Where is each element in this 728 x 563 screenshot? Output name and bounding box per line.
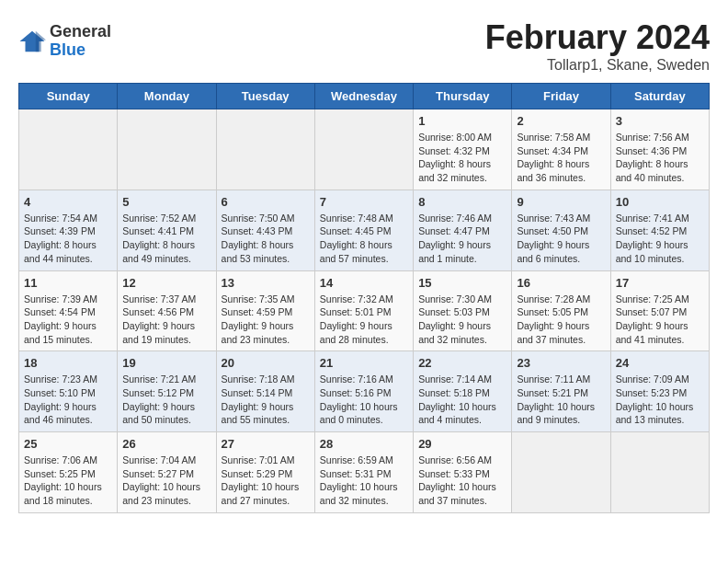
cell-content: Sunrise: 7:54 AM Sunset: 4:39 PM Dayligh… — [24, 212, 112, 266]
calendar-cell: 21Sunrise: 7:16 AM Sunset: 5:16 PM Dayli… — [314, 351, 413, 432]
day-number: 1 — [418, 114, 506, 128]
day-number: 3 — [616, 114, 704, 128]
day-number: 28 — [320, 437, 408, 451]
cell-content: Sunrise: 7:18 AM Sunset: 5:14 PM Dayligh… — [222, 373, 310, 427]
cell-content: Sunrise: 7:23 AM Sunset: 5:10 PM Dayligh… — [24, 373, 112, 427]
calendar-cell: 10Sunrise: 7:41 AM Sunset: 4:52 PM Dayli… — [610, 190, 709, 270]
calendar-cell: 3Sunrise: 7:56 AM Sunset: 4:36 PM Daylig… — [610, 109, 709, 190]
calendar-cell: 9Sunrise: 7:43 AM Sunset: 4:50 PM Daylig… — [512, 190, 610, 270]
logo-icon — [18, 28, 46, 55]
cell-content: Sunrise: 6:59 AM Sunset: 5:31 PM Dayligh… — [320, 454, 408, 508]
header-cell-friday: Friday — [512, 84, 610, 109]
calendar-cell: 27Sunrise: 7:01 AM Sunset: 5:29 PM Dayli… — [216, 432, 314, 513]
day-number: 9 — [517, 195, 605, 209]
day-number: 5 — [122, 195, 210, 209]
cell-content: Sunrise: 7:39 AM Sunset: 4:54 PM Dayligh… — [24, 293, 112, 347]
calendar-cell: 2Sunrise: 7:58 AM Sunset: 4:34 PM Daylig… — [512, 109, 610, 190]
subtitle: Tollarp1, Skane, Sweden — [485, 57, 710, 74]
cell-content: Sunrise: 7:06 AM Sunset: 5:25 PM Dayligh… — [24, 454, 112, 508]
header-cell-saturday: Saturday — [610, 84, 709, 109]
day-number: 16 — [517, 276, 605, 290]
day-number: 26 — [122, 437, 210, 451]
day-number: 24 — [616, 356, 704, 370]
calendar-cell: 25Sunrise: 7:06 AM Sunset: 5:25 PM Dayli… — [19, 432, 118, 513]
day-number: 8 — [418, 195, 506, 209]
calendar-cell — [216, 109, 314, 190]
header-cell-thursday: Thursday — [414, 84, 512, 109]
cell-content: Sunrise: 7:56 AM Sunset: 4:36 PM Dayligh… — [616, 131, 704, 185]
calendar-cell: 20Sunrise: 7:18 AM Sunset: 5:14 PM Dayli… — [216, 351, 314, 432]
cell-content: Sunrise: 7:30 AM Sunset: 5:03 PM Dayligh… — [418, 293, 506, 347]
logo: General Blue — [18, 23, 111, 60]
calendar-cell: 11Sunrise: 7:39 AM Sunset: 4:54 PM Dayli… — [19, 270, 118, 351]
calendar-cell: 28Sunrise: 6:59 AM Sunset: 5:31 PM Dayli… — [314, 432, 413, 513]
calendar-cell: 13Sunrise: 7:35 AM Sunset: 4:59 PM Dayli… — [216, 270, 314, 351]
cell-content: Sunrise: 7:52 AM Sunset: 4:41 PM Dayligh… — [122, 212, 210, 266]
cell-content: Sunrise: 7:58 AM Sunset: 4:34 PM Dayligh… — [517, 131, 605, 185]
calendar-cell: 6Sunrise: 7:50 AM Sunset: 4:43 PM Daylig… — [216, 190, 314, 270]
calendar-cell: 26Sunrise: 7:04 AM Sunset: 5:27 PM Dayli… — [118, 432, 216, 513]
calendar-cell: 4Sunrise: 7:54 AM Sunset: 4:39 PM Daylig… — [19, 190, 118, 270]
day-number: 17 — [616, 276, 704, 290]
day-number: 2 — [517, 114, 605, 128]
calendar-cell: 22Sunrise: 7:14 AM Sunset: 5:18 PM Dayli… — [414, 351, 512, 432]
calendar-cell: 12Sunrise: 7:37 AM Sunset: 4:56 PM Dayli… — [118, 270, 216, 351]
calendar-cell: 1Sunrise: 8:00 AM Sunset: 4:32 PM Daylig… — [414, 109, 512, 190]
logo-text: General Blue — [50, 23, 111, 60]
header-cell-monday: Monday — [118, 84, 216, 109]
cell-content: Sunrise: 7:25 AM Sunset: 5:07 PM Dayligh… — [616, 293, 704, 347]
day-number: 15 — [418, 276, 506, 290]
calendar-cell: 14Sunrise: 7:32 AM Sunset: 5:01 PM Dayli… — [314, 270, 413, 351]
header-cell-wednesday: Wednesday — [314, 84, 413, 109]
calendar-cell: 5Sunrise: 7:52 AM Sunset: 4:41 PM Daylig… — [118, 190, 216, 270]
day-number: 11 — [24, 276, 112, 290]
calendar-cell: 23Sunrise: 7:11 AM Sunset: 5:21 PM Dayli… — [512, 351, 610, 432]
cell-content: Sunrise: 7:21 AM Sunset: 5:12 PM Dayligh… — [122, 373, 210, 427]
day-number: 19 — [122, 356, 210, 370]
page-header: General Blue February 2024 Tollarp1, Ska… — [18, 18, 710, 74]
day-number: 21 — [320, 356, 408, 370]
cell-content: Sunrise: 7:43 AM Sunset: 4:50 PM Dayligh… — [517, 212, 605, 266]
cell-content: Sunrise: 7:35 AM Sunset: 4:59 PM Dayligh… — [222, 293, 310, 347]
calendar-cell: 17Sunrise: 7:25 AM Sunset: 5:07 PM Dayli… — [610, 270, 709, 351]
calendar-header: SundayMondayTuesdayWednesdayThursdayFrid… — [19, 84, 710, 109]
day-number: 18 — [24, 356, 112, 370]
cell-content: Sunrise: 7:50 AM Sunset: 4:43 PM Dayligh… — [222, 212, 310, 266]
header-cell-sunday: Sunday — [19, 84, 118, 109]
day-number: 6 — [222, 195, 310, 209]
cell-content: Sunrise: 7:04 AM Sunset: 5:27 PM Dayligh… — [122, 454, 210, 508]
logo-general: General — [50, 23, 111, 41]
calendar-cell: 15Sunrise: 7:30 AM Sunset: 5:03 PM Dayli… — [414, 270, 512, 351]
day-number: 4 — [24, 195, 112, 209]
day-number: 7 — [320, 195, 408, 209]
calendar-cell — [314, 109, 413, 190]
calendar-cell: 8Sunrise: 7:46 AM Sunset: 4:47 PM Daylig… — [414, 190, 512, 270]
calendar-cell: 18Sunrise: 7:23 AM Sunset: 5:10 PM Dayli… — [19, 351, 118, 432]
day-number: 10 — [616, 195, 704, 209]
cell-content: Sunrise: 7:41 AM Sunset: 4:52 PM Dayligh… — [616, 212, 704, 266]
cell-content: Sunrise: 7:16 AM Sunset: 5:16 PM Dayligh… — [320, 373, 408, 427]
calendar-cell: 19Sunrise: 7:21 AM Sunset: 5:12 PM Dayli… — [118, 351, 216, 432]
cell-content: Sunrise: 7:01 AM Sunset: 5:29 PM Dayligh… — [222, 454, 310, 508]
header-row: SundayMondayTuesdayWednesdayThursdayFrid… — [19, 84, 710, 109]
calendar-row-2: 11Sunrise: 7:39 AM Sunset: 4:54 PM Dayli… — [19, 270, 710, 351]
cell-content: Sunrise: 7:37 AM Sunset: 4:56 PM Dayligh… — [122, 293, 210, 347]
cell-content: Sunrise: 7:11 AM Sunset: 5:21 PM Dayligh… — [517, 373, 605, 427]
calendar-row-4: 25Sunrise: 7:06 AM Sunset: 5:25 PM Dayli… — [19, 432, 710, 513]
header-cell-tuesday: Tuesday — [216, 84, 314, 109]
day-number: 13 — [222, 276, 310, 290]
calendar-cell — [19, 109, 118, 190]
day-number: 22 — [418, 356, 506, 370]
day-number: 23 — [517, 356, 605, 370]
calendar-cell: 7Sunrise: 7:48 AM Sunset: 4:45 PM Daylig… — [314, 190, 413, 270]
calendar-cell — [610, 432, 709, 513]
calendar-cell: 29Sunrise: 6:56 AM Sunset: 5:33 PM Dayli… — [414, 432, 512, 513]
calendar-cell — [512, 432, 610, 513]
cell-content: Sunrise: 7:48 AM Sunset: 4:45 PM Dayligh… — [320, 212, 408, 266]
cell-content: Sunrise: 7:32 AM Sunset: 5:01 PM Dayligh… — [320, 293, 408, 347]
logo-blue: Blue — [50, 41, 111, 60]
title-section: February 2024 Tollarp1, Skane, Sweden — [485, 18, 710, 74]
cell-content: Sunrise: 7:09 AM Sunset: 5:23 PM Dayligh… — [616, 373, 704, 427]
cell-content: Sunrise: 6:56 AM Sunset: 5:33 PM Dayligh… — [418, 454, 506, 508]
calendar-cell: 16Sunrise: 7:28 AM Sunset: 5:05 PM Dayli… — [512, 270, 610, 351]
